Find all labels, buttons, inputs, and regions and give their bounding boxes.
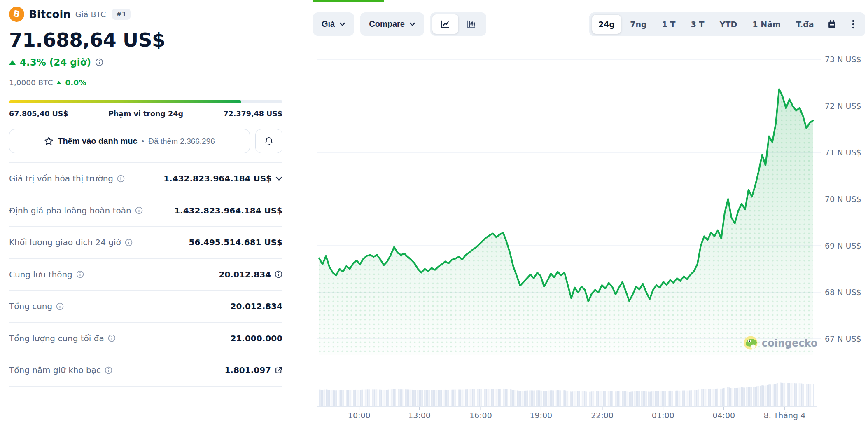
range-24h-labels: 67.805,40 US$ Phạm vi trong 24g 72.379,4… [9, 110, 282, 118]
price-change-row: 4.3% (24 giờ) [9, 57, 282, 68]
time-range-button[interactable]: 3 T [685, 15, 711, 34]
svg-text:69 N US$: 69 N US$ [825, 241, 861, 250]
watchlist-added-count: Đã thêm 2.366.296 [148, 137, 215, 146]
svg-text:16:00: 16:00 [469, 411, 492, 420]
time-range-button[interactable]: T.đa [790, 15, 820, 34]
svg-text:73 N US$: 73 N US$ [825, 55, 861, 64]
time-range-button[interactable]: 1 Năm [746, 15, 786, 34]
stat-row: Giá trị vốn hóa thị trường1.432.823.964.… [9, 163, 282, 195]
external-link-icon[interactable] [275, 366, 282, 374]
up-triangle-icon [9, 60, 16, 65]
price-dropdown-label: Giá [322, 19, 335, 29]
coin-info-panel: B Bitcoin Giá BTC #1 71.688,64 US$ 4.3% … [9, 0, 282, 387]
coin-stats-table: Giá trị vốn hóa thị trường1.432.823.964.… [9, 162, 282, 387]
info-icon[interactable] [108, 334, 116, 342]
coin-price-label: Giá BTC [75, 10, 106, 19]
stat-label: Tổng cung [9, 301, 64, 311]
stat-row: Tổng nắm giữ kho bạc1.801.097 [9, 354, 282, 387]
compare-dropdown-label: Compare [369, 19, 405, 29]
stat-row: Tổng lượng cung tối đa21.000.000 [9, 323, 282, 355]
time-range-button[interactable]: 24g [592, 15, 621, 34]
up-triangle-icon [56, 81, 61, 84]
info-icon[interactable] [275, 270, 282, 278]
star-icon [44, 136, 54, 146]
time-range-button[interactable]: 7ng [624, 15, 653, 34]
stat-value-text: 56.495.514.681 US$ [189, 237, 282, 247]
stat-label: Giá trị vốn hóa thị trường [9, 173, 125, 183]
stat-label: Tổng nắm giữ kho bạc [9, 365, 112, 375]
add-to-portfolio-button[interactable]: Thêm vào danh mục • Đã thêm 2.366.296 [9, 129, 250, 153]
info-icon[interactable] [56, 302, 64, 310]
stat-value: 1.432.823.964.184 US$ [174, 206, 282, 216]
stat-label-text: Định giá pha loãng hoàn toàn [9, 206, 131, 216]
stat-label-text: Cung lưu thông [9, 270, 72, 279]
svg-text:coingecko: coingecko [762, 338, 818, 349]
svg-text:10:00: 10:00 [348, 411, 371, 420]
stat-label: Định giá pha loãng hoàn toàn [9, 206, 143, 216]
range-title: Phạm vi trong 24g [108, 110, 183, 118]
stat-label-text: Tổng nắm giữ kho bạc [9, 365, 101, 375]
stat-value-text: 20.012.834 [230, 301, 282, 311]
kebab-menu-icon [852, 19, 854, 29]
price-chart[interactable]: 73 N US$72 N US$71 N US$70 N US$69 N US$… [313, 0, 868, 422]
chevron-down-icon [339, 22, 345, 26]
svg-text:04:00: 04:00 [712, 411, 735, 420]
btc-amount: 1,0000 BTC [9, 78, 53, 87]
stat-value-text: 20.012.834 [219, 270, 271, 279]
range-24h-bar-fill [9, 100, 241, 103]
price-change-24h: 4.3% (24 giờ) [20, 57, 91, 68]
range-high: 72.379,48 US$ [223, 110, 282, 118]
time-range-button[interactable]: 1 T [656, 15, 682, 34]
coin-header: B Bitcoin Giá BTC #1 [9, 0, 282, 22]
stat-value: 20.012.834 [219, 270, 282, 279]
btc-change: 0.0% [65, 78, 86, 87]
stat-label-text: Tổng lượng cung tối đa [9, 333, 104, 343]
time-range-button[interactable]: YTD [714, 15, 744, 34]
stat-row: Cung lưu thông20.012.834 [9, 259, 282, 291]
stat-label: Cung lưu thông [9, 270, 84, 279]
price-dropdown[interactable]: Giá [313, 12, 354, 36]
candlestick-chart-toggle[interactable] [458, 14, 484, 34]
info-icon[interactable] [125, 239, 133, 246]
line-chart-toggle[interactable] [432, 14, 458, 34]
stat-row: Khối lượng giao dịch 24 giờ56.495.514.68… [9, 227, 282, 259]
calendar-icon [827, 20, 837, 29]
compare-dropdown[interactable]: Compare [360, 12, 424, 36]
svg-text:19:00: 19:00 [530, 411, 552, 420]
coingecko-watermark: coingecko [744, 336, 818, 350]
svg-text:13:00: 13:00 [408, 411, 431, 420]
stat-label-text: Tổng cung [9, 301, 52, 311]
more-options-button[interactable] [844, 15, 862, 34]
chart-type-toggle [430, 12, 486, 36]
stat-value-text: 1.801.097 [224, 365, 271, 375]
stat-value-text: 1.432.823.964.184 US$ [174, 206, 282, 216]
stat-value-text: 21.000.000 [230, 333, 282, 343]
chevron-down-icon[interactable] [275, 176, 282, 181]
stat-label-text: Khối lượng giao dịch 24 giờ [9, 237, 121, 247]
info-icon[interactable] [95, 58, 103, 66]
svg-text:22:00: 22:00 [591, 411, 614, 420]
chevron-down-icon [409, 22, 415, 26]
price-alert-button[interactable] [255, 129, 282, 153]
candlestick-chart-icon [466, 19, 476, 29]
svg-text:01:00: 01:00 [652, 411, 674, 420]
stat-value: 56.495.514.681 US$ [189, 237, 282, 247]
range-24h-bar [9, 100, 282, 103]
info-icon[interactable] [117, 175, 125, 183]
time-range-selector: 24g7ng1 T3 TYTD1 NămT.đa [589, 12, 865, 36]
coin-page: B Bitcoin Giá BTC #1 71.688,64 US$ 4.3% … [0, 0, 868, 422]
stat-value-text: 1.432.823.964.184 US$ [163, 173, 272, 183]
line-chart-icon [440, 19, 450, 29]
stat-value: 20.012.834 [230, 301, 282, 311]
svg-text:68 N US$: 68 N US$ [825, 288, 861, 297]
watchlist-label: Thêm vào danh mục [58, 136, 137, 146]
stat-row: Định giá pha loãng hoàn toàn1.432.823.96… [9, 195, 282, 227]
svg-text:8. Tháng 4: 8. Tháng 4 [764, 411, 806, 420]
info-icon[interactable] [105, 366, 112, 374]
info-icon[interactable] [76, 270, 84, 278]
actions-row: Thêm vào danh mục • Đã thêm 2.366.296 [9, 129, 282, 153]
calendar-button[interactable] [823, 15, 841, 34]
chart-controls-left: Giá Compare [313, 12, 486, 36]
stat-value: 1.432.823.964.184 US$ [163, 173, 282, 183]
info-icon[interactable] [135, 206, 143, 214]
